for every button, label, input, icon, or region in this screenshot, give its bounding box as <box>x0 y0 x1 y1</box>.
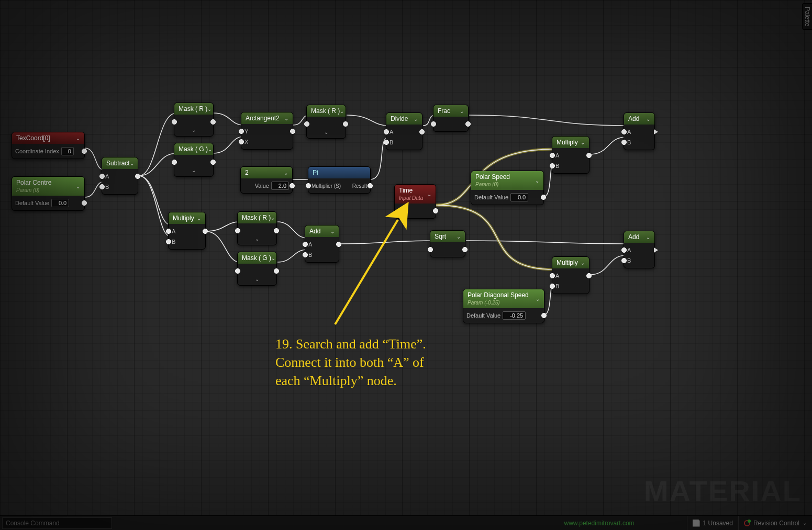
footer-link[interactable]: www.petedimitrovart.com <box>564 520 635 527</box>
console-command-input[interactable] <box>2 517 112 529</box>
input-pin[interactable] <box>172 119 177 125</box>
output-pin[interactable] <box>135 174 140 179</box>
output-pin[interactable] <box>336 242 341 247</box>
input-pin-b[interactable] <box>166 239 171 244</box>
input-pin[interactable] <box>431 121 436 127</box>
node-header[interactable]: Mask ( G ) ⌄ <box>238 252 276 264</box>
output-pin[interactable] <box>419 129 425 134</box>
node-polar-centre[interactable]: Polar Centre Param (0) ⌄ Default Value <box>12 176 85 211</box>
output-pin[interactable] <box>210 160 216 165</box>
node-time[interactable]: Time Input Data ⌄ <box>394 184 436 219</box>
output-pin[interactable] <box>274 228 279 233</box>
node-mask-g-2[interactable]: Mask ( G ) ⌄ ⌄ <box>237 252 277 286</box>
input-pin-b[interactable] <box>550 284 555 289</box>
node-header[interactable]: TexCoord[0] ⌄ <box>12 132 84 144</box>
output-pin[interactable] <box>465 121 471 127</box>
input-pin[interactable] <box>235 268 240 274</box>
input-pin-b[interactable] <box>303 252 308 257</box>
output-pin[interactable] <box>433 208 438 213</box>
input-pin[interactable] <box>172 160 177 165</box>
node-header[interactable]: Arctangent2 ⌄ <box>241 112 293 124</box>
node-mask-r-2[interactable]: Mask ( R ) ⌄ ⌄ <box>306 105 346 139</box>
node-header[interactable]: Multiply ⌄ <box>552 137 589 148</box>
node-multiply-top[interactable]: Multiply ⌄ A B <box>552 136 589 174</box>
value-input[interactable] <box>271 182 289 190</box>
node-header[interactable]: Subtract ⌄ <box>102 157 138 169</box>
node-header[interactable]: Add ⌄ <box>624 231 654 243</box>
output-pin[interactable] <box>462 247 468 252</box>
node-header[interactable]: Add ⌄ <box>305 225 339 237</box>
node-header[interactable]: Mask ( R ) ⌄ <box>307 105 346 117</box>
output-pin[interactable] <box>210 119 216 125</box>
output-pin[interactable] <box>586 273 592 278</box>
node-header[interactable]: Mask ( R ) ⌄ <box>238 212 276 223</box>
input-pin-a[interactable] <box>621 247 627 253</box>
node-arctangent2[interactable]: Arctangent2 ⌄ Y X <box>241 112 293 150</box>
input-pin[interactable] <box>428 247 433 252</box>
node-add-bottom[interactable]: Add ⌄ A B <box>624 231 655 268</box>
node-subtract[interactable]: Subtract ⌄ A B <box>102 157 138 195</box>
output-pin[interactable] <box>368 183 373 188</box>
output-pin[interactable] <box>541 195 546 200</box>
node-constant-2[interactable]: 2 ⌄ Value <box>240 166 293 194</box>
input-pin-b[interactable] <box>384 140 389 145</box>
input-pin-a[interactable] <box>621 129 627 134</box>
node-header[interactable]: Pi <box>308 167 370 178</box>
default-value-input[interactable] <box>51 199 69 207</box>
node-add-mid[interactable]: Add ⌄ A B <box>305 225 339 263</box>
input-pin-a[interactable] <box>550 273 555 278</box>
input-pin-a[interactable] <box>303 242 308 247</box>
node-header[interactable]: Mask ( R ) ⌄ <box>174 103 213 115</box>
node-header[interactable]: Time Input Data ⌄ <box>395 185 436 204</box>
input-pin-a[interactable] <box>384 129 389 134</box>
node-header[interactable]: Multiply ⌄ <box>552 257 589 268</box>
node-mask-g-1[interactable]: Mask ( G ) ⌄ ⌄ <box>174 143 214 177</box>
input-pin-b[interactable] <box>621 258 627 263</box>
input-pin[interactable] <box>304 121 309 127</box>
node-header[interactable]: 2 ⌄ <box>241 167 292 178</box>
node-header[interactable]: Mask ( G ) ⌄ <box>174 143 213 155</box>
input-pin-a[interactable] <box>99 174 105 179</box>
input-pin[interactable] <box>306 183 311 188</box>
node-header[interactable]: Sqrt ⌄ <box>430 231 465 242</box>
node-multiply-bottom[interactable]: Multiply ⌄ A B <box>552 256 589 294</box>
unsaved-indicator[interactable]: 1 Unsaved <box>687 516 738 530</box>
palette-tab[interactable]: Palette <box>802 3 812 30</box>
node-header[interactable]: Polar Speed Param (0) ⌄ <box>471 171 543 190</box>
input-pin-a[interactable] <box>550 153 555 158</box>
node-header[interactable]: Polar Centre Param (0) ⌄ <box>12 177 84 196</box>
output-pin[interactable] <box>541 313 547 318</box>
input-pin-b[interactable] <box>99 184 105 189</box>
coord-index-input[interactable] <box>61 147 74 155</box>
node-mask-r-1[interactable]: Mask ( R ) ⌄ ⌄ <box>174 103 214 137</box>
node-header[interactable]: Divide ⌄ <box>386 113 422 125</box>
input-pin-y[interactable] <box>239 129 244 134</box>
input-pin-b[interactable] <box>550 163 555 168</box>
node-frac[interactable]: Frac ⌄ <box>433 105 469 132</box>
node-pi[interactable]: Pi Multiplier (S) Result <box>308 166 371 194</box>
node-sqrt[interactable]: Sqrt ⌄ <box>430 230 465 257</box>
node-divide[interactable]: Divide ⌄ A B <box>386 112 422 150</box>
input-pin-x[interactable] <box>239 139 244 144</box>
output-pin[interactable] <box>654 247 658 253</box>
default-value-input[interactable] <box>503 311 526 320</box>
output-pin[interactable] <box>586 153 592 158</box>
node-header[interactable]: Multiply ⌄ <box>169 212 205 224</box>
node-polar-speed[interactable]: Polar Speed Param (0) ⌄ Default Value <box>471 171 544 205</box>
input-pin-b[interactable] <box>621 140 627 145</box>
output-pin[interactable] <box>82 149 87 154</box>
node-polar-diagonal-speed[interactable]: Polar Diagonal Speed Param (-0.25) ⌄ Def… <box>463 289 544 323</box>
node-add-top[interactable]: Add ⌄ A B <box>624 112 655 150</box>
node-header[interactable]: Polar Diagonal Speed Param (-0.25) ⌄ <box>463 289 544 308</box>
input-pin-a[interactable] <box>166 229 171 234</box>
node-multiply-lower-left[interactable]: Multiply ⌄ A B <box>168 212 206 250</box>
default-value-input[interactable] <box>510 193 528 201</box>
output-pin[interactable] <box>82 200 87 206</box>
node-texcoord[interactable]: TexCoord[0] ⌄ Coordinate Index <box>12 132 85 159</box>
output-pin[interactable] <box>290 183 295 188</box>
node-header[interactable]: Add ⌄ <box>624 113 654 125</box>
input-pin[interactable] <box>235 228 240 233</box>
output-pin[interactable] <box>274 268 279 274</box>
node-header[interactable]: Frac ⌄ <box>433 105 468 117</box>
output-pin[interactable] <box>290 129 295 134</box>
